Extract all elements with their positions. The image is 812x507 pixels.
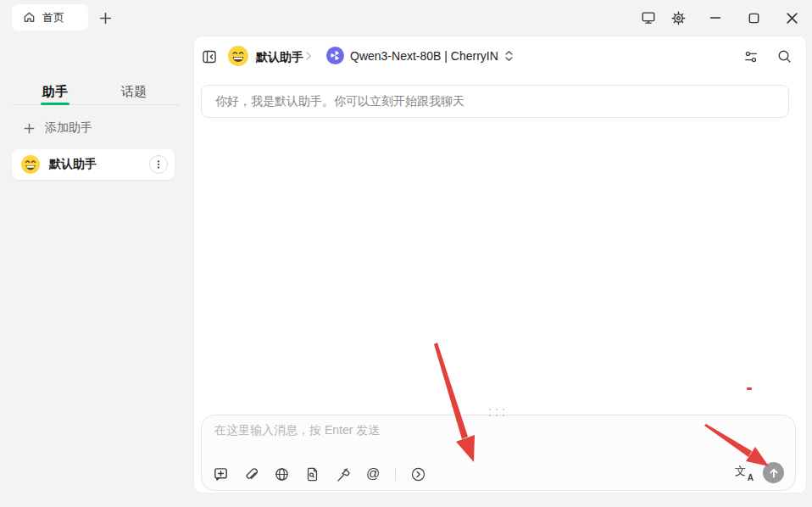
home-icon [23, 11, 36, 24]
chevron-right-icon [303, 51, 314, 61]
search-icon[interactable] [776, 48, 793, 64]
titlebar: 首页 [0, 0, 812, 36]
maximize-button[interactable] [746, 10, 761, 25]
sidebar-tab-topics[interactable]: 话题 [121, 80, 147, 103]
minimize-button[interactable] [708, 10, 723, 25]
model-selector[interactable]: Qwen3-Next-80B | CherryIN [326, 47, 514, 64]
gear-icon[interactable] [670, 10, 686, 25]
model-provider-icon [326, 47, 344, 64]
composer-toolbar: @ [212, 465, 426, 482]
chat-settings-icon[interactable] [743, 49, 759, 64]
assistant-name: 默认助手 [49, 157, 97, 172]
chevron-up-down-icon [504, 50, 514, 62]
assistant-emoji-avatar [20, 154, 41, 175]
model-name: Qwen3-Next-80B | CherryIN [350, 49, 498, 63]
plus-icon [23, 122, 36, 135]
composer-actions: 文 A [735, 462, 784, 483]
toolbar-divider [395, 468, 396, 481]
collapse-sidebar-icon[interactable] [201, 48, 218, 65]
translate-icon[interactable]: 文 A [735, 464, 754, 482]
assistant-avatar [227, 45, 249, 67]
send-button[interactable] [763, 462, 784, 483]
assistant-greeting-bubble: 你好，我是默认助手。你可以立刻开始跟我聊天 [201, 85, 789, 118]
sidebar: 助手 话题 添加助手 默认助手 [0, 36, 193, 507]
mcp-tools-icon[interactable] [334, 465, 351, 482]
message-composer: @ 文 A [201, 415, 796, 491]
sidebar-tab-assistants[interactable]: 助手 [42, 80, 68, 103]
web-search-icon[interactable] [273, 465, 290, 482]
assistant-greeting-text: 你好，我是默认助手。你可以立刻开始跟我聊天 [215, 94, 464, 109]
tab-home-label: 首页 [42, 10, 64, 25]
active-tab-underline [41, 103, 70, 105]
composer-resize-handle[interactable] [489, 409, 508, 420]
main-content-card: 默认助手 Qwen3-Next-80B | CherryIN [193, 36, 807, 493]
tab-home[interactable]: 首页 [12, 4, 88, 31]
mention-model-icon[interactable]: @ [364, 465, 381, 482]
attachment-icon[interactable] [242, 465, 259, 482]
add-assistant-label: 添加助手 [45, 120, 92, 136]
message-input[interactable] [214, 423, 689, 457]
expand-toolbar-icon[interactable] [409, 465, 426, 482]
new-tab-button[interactable] [97, 10, 113, 25]
assistant-list-item[interactable]: 默认助手 [12, 149, 175, 180]
assistant-menu-button[interactable] [149, 155, 168, 174]
header-assistant-name[interactable]: 默认助手 [256, 50, 303, 65]
new-topic-icon[interactable] [212, 465, 229, 482]
close-button[interactable] [784, 10, 799, 25]
add-assistant-button[interactable]: 添加助手 [23, 120, 92, 136]
sidebar-divider [12, 104, 180, 105]
mini-window-icon[interactable] [641, 10, 656, 25]
knowledge-base-icon[interactable] [303, 465, 320, 482]
